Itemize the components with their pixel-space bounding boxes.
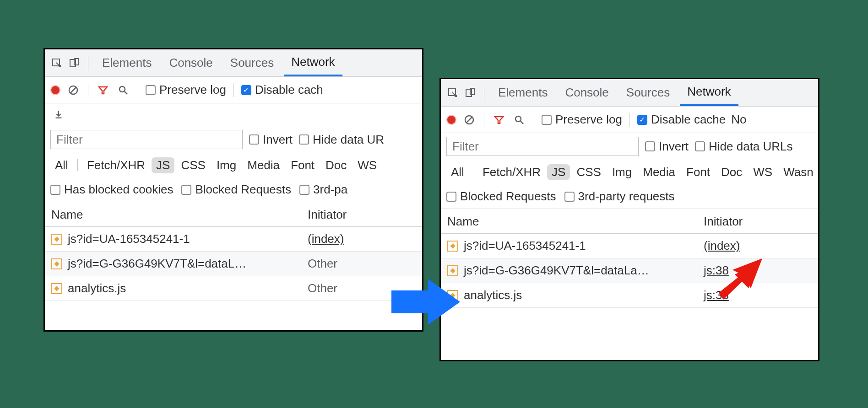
network-toolbar: Preserve log Disable cach bbox=[45, 77, 422, 103]
preserve-log-option[interactable]: Preserve log bbox=[146, 83, 226, 97]
col-initiator[interactable]: Initiator bbox=[301, 202, 422, 226]
filter-bar: Invert Hide data URLs bbox=[441, 133, 818, 160]
flags-row: Blocked Requests 3rd-party requests bbox=[441, 184, 818, 209]
divider bbox=[88, 56, 88, 70]
table-header: Name Initiator bbox=[441, 209, 818, 234]
request-name: analytics.js bbox=[464, 288, 522, 302]
type-fetch[interactable]: Fetch/XHR bbox=[478, 164, 545, 180]
record-button[interactable] bbox=[50, 85, 60, 95]
js-file-icon bbox=[51, 234, 62, 245]
type-font[interactable]: Font bbox=[286, 157, 319, 173]
third-party-option[interactable]: 3rd-pa bbox=[299, 183, 347, 197]
no-throttling-cut[interactable]: No bbox=[731, 113, 746, 127]
network-toolbar: Preserve log Disable cache No bbox=[441, 107, 818, 133]
download-icon[interactable] bbox=[51, 107, 66, 122]
request-name: js?id=G-G36G49KV7T&l=dataL… bbox=[68, 257, 246, 271]
invert-option[interactable]: Invert bbox=[249, 133, 293, 147]
type-css[interactable]: CSS bbox=[572, 164, 605, 180]
tab-network[interactable]: Network bbox=[680, 79, 738, 106]
clear-icon[interactable] bbox=[66, 83, 81, 97]
hide-data-urls-option[interactable]: Hide data UR bbox=[299, 133, 384, 147]
search-icon[interactable] bbox=[512, 113, 526, 127]
request-name: analytics.js bbox=[68, 281, 126, 295]
tab-elements[interactable]: Elements bbox=[95, 49, 159, 76]
type-fetch[interactable]: Fetch/XHR bbox=[82, 157, 150, 173]
initiator-text: Other bbox=[308, 257, 337, 271]
type-doc[interactable]: Doc bbox=[321, 157, 351, 173]
tab-bar: Elements Console Sources Network bbox=[441, 79, 818, 107]
has-blocked-cookies-option[interactable]: Has blocked cookies bbox=[50, 183, 173, 197]
type-media[interactable]: Media bbox=[638, 164, 680, 180]
record-button[interactable] bbox=[446, 115, 456, 125]
invert-option[interactable]: Invert bbox=[645, 140, 689, 154]
type-css[interactable]: CSS bbox=[176, 157, 210, 173]
col-initiator[interactable]: Initiator bbox=[697, 209, 818, 233]
tab-network[interactable]: Network bbox=[284, 49, 342, 76]
blocked-requests-option[interactable]: Blocked Requests bbox=[181, 183, 291, 197]
type-doc[interactable]: Doc bbox=[716, 164, 747, 180]
filter-icon[interactable] bbox=[96, 83, 110, 97]
filter-input[interactable] bbox=[50, 130, 243, 149]
svg-rect-1 bbox=[70, 59, 76, 67]
type-filter-row: All Fetch/XHR JS CSS Img Media Font Doc … bbox=[45, 153, 422, 177]
device-icon[interactable] bbox=[463, 86, 477, 100]
devtools-panel-right: Elements Console Sources Network Preserv… bbox=[439, 78, 819, 361]
initiator-link[interactable]: (index) bbox=[704, 239, 740, 253]
third-party-option[interactable]: 3rd-party requests bbox=[564, 189, 675, 204]
js-file-icon bbox=[51, 258, 62, 269]
type-ws[interactable]: WS bbox=[749, 164, 777, 180]
svg-rect-7 bbox=[466, 89, 472, 97]
col-name[interactable]: Name bbox=[441, 209, 697, 233]
tab-console[interactable]: Console bbox=[162, 49, 220, 76]
type-wasm[interactable]: Wasn bbox=[779, 164, 818, 180]
svg-point-10 bbox=[515, 116, 521, 122]
table-body: js?id=UA-165345241-1 (index) js?id=G-G36… bbox=[45, 227, 422, 301]
preserve-log-option[interactable]: Preserve log bbox=[542, 113, 622, 127]
table-header: Name Initiator bbox=[45, 202, 422, 227]
table-row[interactable]: js?id=G-G36G49KV7T&l=dataL… Other bbox=[45, 252, 422, 276]
type-media[interactable]: Media bbox=[243, 157, 284, 173]
type-filter-row: All Fetch/XHR JS CSS Img Media Font Doc … bbox=[441, 160, 818, 184]
devtools-panel-left: Elements Console Sources Network Preserv… bbox=[43, 48, 423, 332]
tab-sources[interactable]: Sources bbox=[223, 49, 281, 76]
blocked-requests-option[interactable]: Blocked Requests bbox=[446, 189, 556, 204]
svg-rect-5 bbox=[56, 117, 62, 118]
type-img[interactable]: Img bbox=[608, 164, 636, 180]
js-file-icon bbox=[51, 283, 62, 294]
js-file-icon bbox=[447, 265, 458, 276]
tab-elements[interactable]: Elements bbox=[491, 79, 555, 106]
search-icon[interactable] bbox=[116, 83, 130, 97]
request-name: js?id=G-G36G49KV7T&l=dataLa… bbox=[464, 263, 649, 278]
tab-sources[interactable]: Sources bbox=[619, 79, 677, 106]
table-row[interactable]: js?id=UA-165345241-1 (index) bbox=[441, 234, 818, 258]
type-all[interactable]: All bbox=[446, 164, 469, 180]
type-font[interactable]: Font bbox=[682, 164, 715, 180]
filter-input[interactable] bbox=[446, 137, 639, 156]
type-ws[interactable]: WS bbox=[353, 157, 381, 173]
hide-data-urls-option[interactable]: Hide data URLs bbox=[695, 140, 793, 154]
download-bar bbox=[45, 103, 422, 126]
type-img[interactable]: Img bbox=[212, 157, 241, 173]
type-all[interactable]: All bbox=[50, 157, 73, 173]
type-js[interactable]: JS bbox=[152, 157, 174, 173]
col-name[interactable]: Name bbox=[45, 202, 301, 226]
disable-cache-option[interactable]: Disable cach bbox=[241, 83, 323, 97]
annotation-arrow-red bbox=[716, 256, 767, 308]
svg-point-4 bbox=[119, 86, 125, 92]
tab-console[interactable]: Console bbox=[558, 79, 616, 106]
device-icon[interactable] bbox=[67, 56, 81, 70]
inspect-icon[interactable] bbox=[49, 56, 64, 70]
clear-icon[interactable] bbox=[462, 113, 477, 127]
type-js[interactable]: JS bbox=[547, 164, 570, 180]
initiator-link[interactable]: (index) bbox=[308, 232, 344, 246]
js-file-icon bbox=[447, 241, 458, 252]
tab-bar: Elements Console Sources Network bbox=[45, 49, 422, 77]
request-name: js?id=UA-165345241-1 bbox=[68, 232, 190, 246]
initiator-text: Other bbox=[308, 281, 337, 295]
disable-cache-option[interactable]: Disable cache bbox=[637, 113, 726, 127]
table-row[interactable]: analytics.js Other bbox=[45, 276, 422, 301]
filter-icon[interactable] bbox=[492, 113, 506, 127]
table-row[interactable]: js?id=UA-165345241-1 (index) bbox=[45, 227, 422, 252]
inspect-icon[interactable] bbox=[445, 86, 460, 100]
flags-row: Has blocked cookies Blocked Requests 3rd… bbox=[45, 177, 422, 202]
